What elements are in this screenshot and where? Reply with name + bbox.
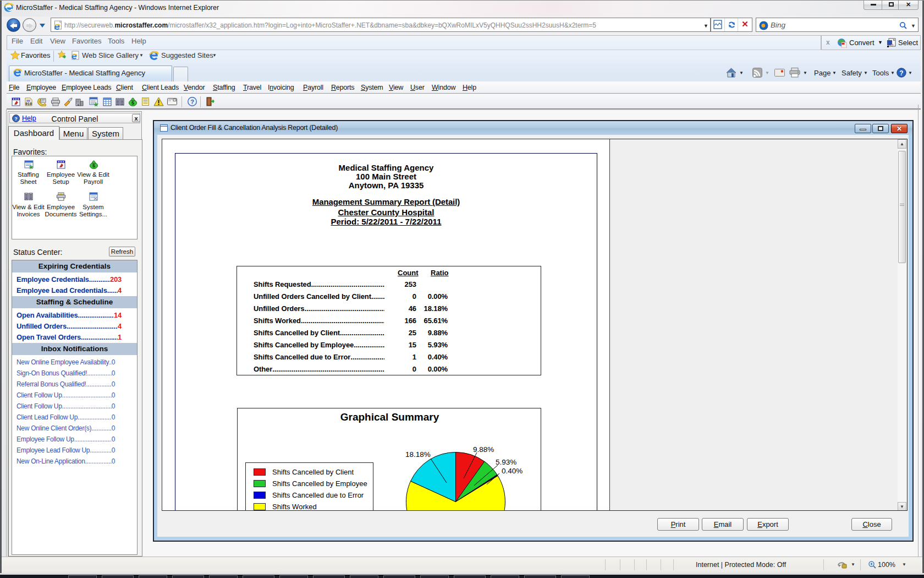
- svg-text:010: 010: [25, 102, 32, 106]
- svg-text:$: $: [131, 100, 134, 106]
- svg-text:$: $: [92, 163, 95, 168]
- svg-text:?: ?: [899, 69, 903, 77]
- svg-text:?: ?: [190, 99, 194, 105]
